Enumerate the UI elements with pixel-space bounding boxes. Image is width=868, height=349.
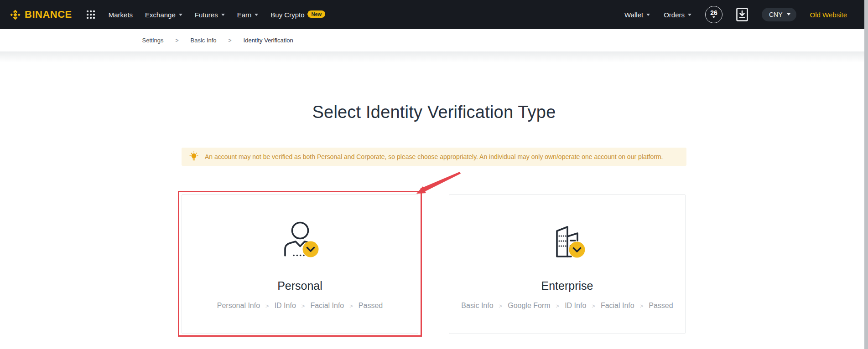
old-website-link[interactable]: Old Website xyxy=(810,11,847,19)
menu-item-buy-crypto[interactable]: Buy CryptoNew xyxy=(270,11,325,19)
currency-selector[interactable]: CNY xyxy=(762,8,796,21)
menu-item-exchange[interactable]: Exchange xyxy=(145,11,182,19)
binance-logo[interactable]: BINANCE xyxy=(9,9,72,21)
verified-badge xyxy=(569,242,585,258)
breadcrumb: Settings > Basic Info > Identity Verific… xyxy=(142,37,726,44)
personal-card-wrapper: Personal Personal Info > ID Info > Facia… xyxy=(182,194,418,334)
menu-item-earn[interactable]: Earn xyxy=(237,11,259,19)
notification-count-badge[interactable]: 26 xyxy=(705,6,722,23)
breadcrumb-shadow xyxy=(0,51,868,62)
notice-banner: An account may not be verified as both P… xyxy=(182,148,686,166)
card-title-enterprise: Enterprise xyxy=(541,279,593,293)
logo-wordmark: BINANCE xyxy=(25,9,72,21)
binance-diamond-icon xyxy=(9,9,21,21)
step-label: Basic Info xyxy=(461,302,493,310)
apps-grid-icon[interactable] xyxy=(87,10,95,19)
download-app-icon[interactable] xyxy=(736,8,748,21)
breadcrumb-bar: Settings > Basic Info > Identity Verific… xyxy=(0,29,868,51)
chevron-down-icon xyxy=(221,14,225,18)
chevron-down-icon xyxy=(646,14,650,18)
vertical-scrollbar[interactable] xyxy=(864,0,868,349)
chevron-down-icon xyxy=(787,13,790,17)
menu-item-label: Buy Crypto xyxy=(270,11,304,19)
breadcrumb-basic-info[interactable]: Basic Info xyxy=(191,37,217,44)
step-label: Facial Info xyxy=(310,302,344,310)
main-menu: Markets Exchange Futures Earn Buy Crypto… xyxy=(109,11,325,19)
chevron-down-icon xyxy=(255,14,258,18)
chevron-down-icon xyxy=(179,14,182,18)
menu-item-label: Earn xyxy=(237,11,252,19)
step-separator: > xyxy=(499,303,503,309)
step-separator: > xyxy=(349,303,353,309)
nav-right-section: Wallet Orders 26 CNY Old Website xyxy=(624,6,847,23)
step-separator: > xyxy=(556,303,560,309)
personal-card[interactable]: Personal Personal Info > ID Info > Facia… xyxy=(182,194,418,334)
menu-item-label: Futures xyxy=(195,11,218,19)
step-separator: > xyxy=(265,303,269,309)
breadcrumb-separator: > xyxy=(175,37,178,44)
step-separator: > xyxy=(301,303,305,309)
enterprise-card[interactable]: Enterprise Basic Info > Google Form > ID… xyxy=(449,194,686,334)
menu-item-markets[interactable]: Markets xyxy=(109,11,133,19)
card-title-personal: Personal xyxy=(277,279,322,293)
menu-item-label: Exchange xyxy=(145,11,176,19)
menu-item-orders[interactable]: Orders xyxy=(664,11,691,19)
breadcrumb-identity-verification: Identity Verification xyxy=(244,37,293,44)
building-verified-icon xyxy=(546,219,589,263)
page-title: Select Identity Verification Type xyxy=(182,103,686,122)
lightbulb-icon xyxy=(189,151,199,162)
notice-text: An account may not be verified as both P… xyxy=(205,153,663,160)
person-verified-icon xyxy=(278,219,322,263)
breadcrumb-separator: > xyxy=(229,37,232,44)
main-content: Select Identity Verification Type An acc… xyxy=(182,103,686,334)
step-label: ID Info xyxy=(565,302,586,310)
step-label: Google Form xyxy=(508,302,550,310)
personal-steps: Personal Info > ID Info > Facial Info > … xyxy=(217,302,383,310)
menu-item-label: Wallet xyxy=(624,11,643,19)
breadcrumb-settings[interactable]: Settings xyxy=(142,37,164,44)
step-label: Passed xyxy=(359,302,383,310)
verification-type-cards: Personal Personal Info > ID Info > Facia… xyxy=(182,194,686,334)
chevron-down-icon xyxy=(688,14,691,18)
menu-item-futures[interactable]: Futures xyxy=(195,11,225,19)
step-label: Personal Info xyxy=(217,302,260,310)
menu-item-label: Markets xyxy=(109,11,133,19)
new-badge: New xyxy=(307,10,326,18)
enterprise-steps: Basic Info > Google Form > ID Info > Fac… xyxy=(461,302,673,310)
currency-value: CNY xyxy=(769,11,783,18)
step-separator: > xyxy=(592,303,595,309)
step-label: Passed xyxy=(649,302,673,310)
step-label: ID Info xyxy=(275,302,296,310)
menu-item-wallet[interactable]: Wallet xyxy=(624,11,650,19)
top-navigation: BINANCE Markets Exchange Futures Earn Bu… xyxy=(0,0,868,29)
chevron-down-icon xyxy=(712,16,715,20)
verified-badge xyxy=(303,241,319,257)
menu-item-label: Orders xyxy=(664,11,685,19)
step-separator: > xyxy=(640,303,644,309)
notification-count: 26 xyxy=(710,10,717,16)
step-label: Facial Info xyxy=(601,302,634,310)
